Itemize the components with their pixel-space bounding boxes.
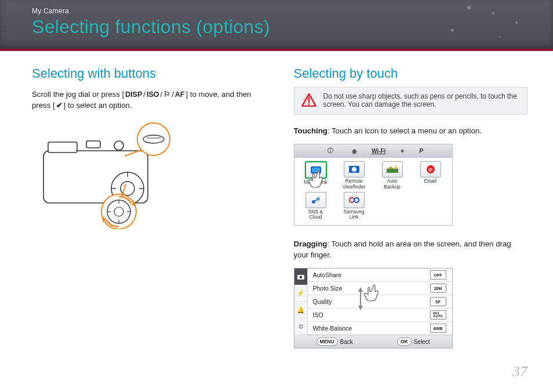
tile-remote[interactable]: Remote Viewfinder bbox=[335, 161, 373, 190]
tab-sound[interactable]: 🔔 bbox=[294, 302, 307, 319]
txt: Scroll the jog dial or press [ bbox=[32, 90, 124, 99]
tile-label: Remote Viewfinder bbox=[343, 179, 366, 190]
svg-rect-27 bbox=[312, 168, 320, 172]
autobackup-icon bbox=[386, 165, 399, 173]
link-icon bbox=[348, 196, 360, 204]
tile-autobackup[interactable]: Auto Backup bbox=[373, 161, 412, 190]
side-tabs: ⚡ 🔔 ⚙ bbox=[294, 268, 308, 335]
svg-rect-2 bbox=[86, 141, 100, 148]
select-label: Select bbox=[414, 339, 430, 345]
drag-screenshot: ⚡ 🔔 ⚙ AutoShare OFF Photo Size 20M Quali… bbox=[294, 268, 453, 349]
wifi-label: Wi-Fi bbox=[372, 148, 385, 154]
info-icon: ⓘ bbox=[323, 147, 338, 155]
svg-rect-30 bbox=[387, 169, 398, 173]
timer-icon: ⚐ bbox=[162, 89, 172, 100]
settings-list: AutoShare OFF Photo Size 20M Quality SF … bbox=[307, 268, 452, 335]
tile-sns[interactable]: SNS & Cloud bbox=[297, 192, 335, 220]
tile-samsunglink[interactable]: Samsung Link bbox=[335, 192, 373, 220]
row-photosize[interactable]: Photo Size 20M bbox=[307, 282, 452, 295]
tile-grid: MobileLink Remote Viewfinder Auto Backup… bbox=[294, 158, 452, 224]
email-icon: @ bbox=[427, 165, 435, 173]
svg-point-36 bbox=[350, 198, 354, 202]
tab-camera[interactable] bbox=[294, 268, 307, 285]
ok-icon: ✔ bbox=[55, 100, 64, 111]
svg-point-32 bbox=[394, 166, 397, 169]
svg-rect-1 bbox=[48, 142, 77, 153]
value-icon: 20M bbox=[430, 284, 446, 293]
camera-icon bbox=[297, 274, 304, 280]
page-header: My Camera Selecting functions (options) bbox=[0, 0, 553, 51]
row-label: ISO bbox=[313, 311, 323, 318]
heading-buttons: Selecting with buttons bbox=[32, 66, 266, 81]
camera-mode-icon: ◉ bbox=[347, 147, 362, 155]
txt: : Touch an icon to select a menu or an o… bbox=[328, 126, 482, 135]
tile-label: SNS & Cloud bbox=[308, 209, 323, 220]
breadcrumb: My Camera bbox=[32, 7, 69, 15]
tile-email[interactable]: @ Email bbox=[412, 161, 450, 190]
tile-label: Samsung Link bbox=[344, 209, 365, 220]
svg-point-11 bbox=[143, 135, 164, 143]
settings-footer: MENU Back OK Select bbox=[294, 335, 452, 348]
warning-text: Do not use sharp objects, such as pens o… bbox=[323, 92, 521, 108]
footer-select[interactable]: OK Select bbox=[397, 337, 430, 346]
value-icon: SF bbox=[430, 297, 446, 306]
menu-key-icon: MENU bbox=[316, 337, 338, 346]
svg-point-25 bbox=[308, 103, 310, 105]
tab-settings[interactable]: ⚙ bbox=[294, 318, 307, 335]
row-wb[interactable]: White Balance AWB bbox=[307, 322, 452, 335]
dragging-para: Dragging: Touch and hold an area on the … bbox=[294, 238, 528, 260]
row-label: Photo Size bbox=[313, 285, 343, 292]
row-quality[interactable]: Quality SF bbox=[307, 295, 452, 308]
camera-illustration bbox=[32, 119, 183, 229]
touching-label: Touching bbox=[294, 126, 328, 135]
decoration bbox=[450, 28, 454, 32]
p-label: P bbox=[419, 148, 423, 154]
row-label: AutoShare bbox=[313, 271, 342, 278]
row-autoshare[interactable]: AutoShare OFF bbox=[307, 268, 452, 282]
col-touch: Selecting by touch Do not use sharp obje… bbox=[294, 66, 528, 349]
warning-box: Do not use sharp objects, such as pens o… bbox=[294, 87, 528, 115]
touch-screenshot: ⓘ ◉ Wi-Fi ✦ P MobileLink Remote Viewfind… bbox=[294, 144, 453, 225]
remote-icon bbox=[348, 165, 360, 173]
row-label: White Balance bbox=[313, 325, 352, 332]
auto-icon: ✦ bbox=[395, 147, 410, 155]
value-icon: ISO AUTO bbox=[430, 310, 446, 320]
svg-point-3 bbox=[114, 141, 123, 150]
page-number: 37 bbox=[512, 363, 527, 380]
svg-line-35 bbox=[314, 199, 318, 201]
svg-point-15 bbox=[114, 207, 123, 216]
value-icon: OFF bbox=[430, 270, 446, 280]
tile-label: Auto Backup bbox=[384, 179, 400, 190]
svg-point-37 bbox=[354, 198, 359, 202]
tab-flash[interactable]: ⚡ bbox=[294, 285, 307, 302]
decoration bbox=[492, 12, 495, 15]
sns-icon bbox=[311, 196, 321, 204]
page-title: Selecting functions (options) bbox=[32, 16, 270, 38]
iso-icon: ISO bbox=[145, 89, 161, 100]
decoration bbox=[515, 21, 518, 24]
back-label: Back bbox=[340, 339, 353, 345]
ok-key-icon: OK bbox=[397, 337, 412, 346]
col-buttons: Selecting with buttons Scroll the jog di… bbox=[32, 66, 266, 349]
buttons-para: Scroll the jog dial or press [DISP/ISO/⚐… bbox=[32, 89, 266, 111]
footer-back[interactable]: MENU Back bbox=[316, 337, 353, 346]
row-label: Quality bbox=[313, 298, 332, 305]
warning-icon bbox=[301, 93, 316, 107]
svg-point-29 bbox=[352, 167, 356, 172]
svg-marker-31 bbox=[388, 166, 394, 169]
value-icon: AWB bbox=[430, 324, 446, 333]
row-iso[interactable]: ISO ISO AUTO bbox=[307, 308, 452, 322]
dragging-label: Dragging bbox=[294, 239, 328, 248]
touching-para: Touching: Touch an icon to select a menu… bbox=[294, 125, 528, 136]
decoration bbox=[499, 36, 501, 38]
mobilelink-icon bbox=[310, 166, 322, 174]
heading-touch: Selecting by touch bbox=[294, 66, 528, 81]
tile-label: MobileLink bbox=[304, 180, 328, 185]
svg-point-39 bbox=[299, 276, 302, 279]
txt: ] to select an option. bbox=[64, 101, 132, 110]
decoration bbox=[466, 5, 472, 10]
af-icon: AF bbox=[174, 89, 186, 100]
tile-mobilelink[interactable]: MobileLink bbox=[297, 161, 335, 190]
screenshot-topbar: ⓘ ◉ Wi-Fi ✦ P bbox=[294, 144, 452, 158]
disp-icon: DISP bbox=[124, 89, 143, 100]
